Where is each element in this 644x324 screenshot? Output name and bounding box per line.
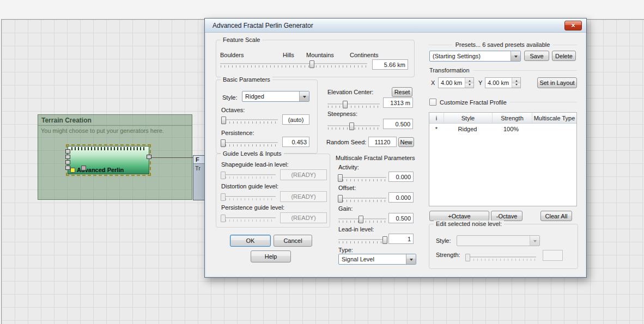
edit-noise-level-legend: Edit selected noise level: bbox=[434, 221, 504, 227]
random-seed-input[interactable]: 11120 bbox=[368, 137, 397, 147]
slider-ticks bbox=[339, 179, 386, 181]
advanced-perlin-node[interactable]: Advanced Perlin bbox=[66, 144, 151, 176]
table-row[interactable]: * Ridged 100% bbox=[429, 124, 576, 134]
spinner-down-icon[interactable] bbox=[512, 83, 520, 88]
close-button[interactable]: × bbox=[564, 21, 582, 30]
edit-noise-level-group: Edit selected noise level: bbox=[429, 224, 578, 269]
remove-octave-button[interactable]: -Octave bbox=[491, 211, 523, 221]
node-terrain-preview bbox=[71, 147, 145, 150]
set-in-layout-button[interactable]: Set in Layout bbox=[537, 77, 577, 88]
feature-scale-slider[interactable] bbox=[220, 60, 367, 68]
octaves-value[interactable]: (auto) bbox=[282, 114, 309, 125]
slider-thumb[interactable] bbox=[343, 101, 348, 108]
steepness-value[interactable]: 0.500 bbox=[383, 119, 413, 129]
header-strength[interactable]: Strength bbox=[493, 113, 532, 123]
random-seed-value-text: 11120 bbox=[375, 139, 391, 145]
random-seed-label: Random Seed: bbox=[326, 139, 366, 145]
header-style[interactable]: Style bbox=[444, 113, 493, 123]
node-body[interactable]: Advanced Perlin bbox=[68, 146, 149, 174]
ok-button[interactable]: OK bbox=[230, 235, 271, 247]
new-seed-button[interactable]: New bbox=[398, 137, 414, 147]
slider-thumb[interactable] bbox=[221, 117, 226, 124]
add-octave-label: +Octave bbox=[448, 213, 470, 219]
type-dropdown-value: Signal Level bbox=[339, 254, 406, 264]
slider-ticks bbox=[222, 219, 275, 222]
add-octave-button[interactable]: +Octave bbox=[429, 211, 489, 221]
guide-levels-legend: Guide Levels & Inputs bbox=[221, 150, 284, 157]
chevron-down-icon[interactable] bbox=[406, 254, 416, 264]
slider-thumb[interactable] bbox=[221, 193, 226, 201]
steepness-slider[interactable] bbox=[327, 123, 380, 130]
set-in-layout-label: Set in Layout bbox=[539, 80, 574, 86]
transform-y-input[interactable]: 4.00 km bbox=[485, 77, 521, 88]
slider-ticks bbox=[466, 259, 536, 261]
presets-dropdown-value: (Starting Settings) bbox=[430, 51, 511, 61]
reset-button[interactable]: Reset bbox=[392, 87, 412, 97]
gain-slider[interactable] bbox=[338, 216, 386, 223]
transform-x-input[interactable]: 4.00 km bbox=[438, 77, 474, 88]
activity-value[interactable]: 0.000 bbox=[388, 172, 414, 182]
slider-thumb[interactable] bbox=[382, 236, 387, 244]
cell-style: Ridged bbox=[443, 126, 491, 132]
clear-all-button[interactable]: Clear All bbox=[540, 211, 572, 221]
slider-thumb[interactable] bbox=[338, 195, 343, 203]
bypass-port[interactable] bbox=[81, 166, 86, 170]
help-button[interactable]: Help bbox=[251, 250, 291, 262]
distortion-guide-slider[interactable] bbox=[221, 193, 276, 201]
chevron-down-icon[interactable] bbox=[299, 91, 309, 101]
feature-scale-value-text: 5.66 km bbox=[384, 62, 405, 68]
leadin-level-slider[interactable] bbox=[338, 236, 386, 244]
transform-x-value: 4.00 km bbox=[439, 78, 465, 88]
persistence-guide-slider[interactable] bbox=[221, 215, 276, 222]
octave-table[interactable]: i Style Strength Multiscale Type * Ridge… bbox=[429, 112, 577, 206]
distortion-guide-status-text: (READY) bbox=[291, 193, 315, 200]
persistence-value[interactable]: 0.453 bbox=[282, 137, 309, 147]
slider-thumb[interactable] bbox=[221, 139, 226, 147]
delete-preset-button[interactable]: Delete bbox=[552, 51, 576, 61]
input-port-1[interactable] bbox=[65, 149, 70, 154]
input-port-3[interactable] bbox=[65, 160, 70, 164]
type-label: Type: bbox=[338, 247, 353, 253]
slider-thumb[interactable] bbox=[309, 60, 314, 68]
presets-dropdown[interactable]: (Starting Settings) bbox=[429, 51, 521, 62]
feature-scale-value[interactable]: 5.66 km bbox=[372, 59, 408, 70]
leadin-level-label: Lead-in level: bbox=[338, 226, 374, 233]
dialog-titlebar[interactable]: Advanced Fractal Perlin Generator × bbox=[205, 19, 586, 33]
customize-profile-checkbox[interactable] bbox=[429, 99, 436, 106]
spinner-up-icon[interactable] bbox=[465, 78, 473, 83]
offset-slider[interactable] bbox=[338, 195, 386, 203]
type-dropdown[interactable]: Signal Level bbox=[338, 254, 416, 265]
customize-profile-row: Customize Fractal Profile bbox=[429, 99, 577, 106]
slider-groove bbox=[221, 119, 278, 121]
gain-value[interactable]: 0.500 bbox=[388, 213, 414, 223]
spinner-down-icon[interactable] bbox=[465, 83, 473, 88]
elevation-center-value[interactable]: 1313 m bbox=[383, 97, 413, 108]
offset-value[interactable]: 0.000 bbox=[388, 192, 414, 203]
slider-groove bbox=[221, 142, 278, 144]
spinner-up-icon[interactable] bbox=[512, 78, 520, 83]
node-output-marker bbox=[70, 168, 75, 173]
slider-thumb[interactable] bbox=[338, 174, 343, 182]
header-multiscale-type[interactable]: Multiscale Type bbox=[532, 113, 576, 123]
cancel-button[interactable]: Cancel bbox=[274, 235, 312, 247]
octaves-label: Octaves: bbox=[221, 107, 245, 113]
edit-strength-label: Strength: bbox=[436, 252, 460, 258]
chevron-down-icon[interactable] bbox=[511, 51, 520, 61]
cell-strength: 100% bbox=[491, 126, 531, 132]
slider-thumb[interactable] bbox=[349, 123, 354, 130]
output-port[interactable] bbox=[147, 155, 151, 159]
elevation-center-slider[interactable] bbox=[327, 101, 380, 108]
slider-thumb[interactable] bbox=[359, 216, 363, 223]
octaves-slider[interactable] bbox=[221, 117, 278, 124]
save-preset-button[interactable]: Save bbox=[524, 51, 549, 61]
input-port-2[interactable] bbox=[65, 155, 70, 159]
slider-thumb[interactable] bbox=[221, 172, 226, 179]
shapeguide-slider[interactable] bbox=[221, 172, 276, 179]
input-port-4[interactable] bbox=[65, 166, 70, 170]
activity-slider[interactable] bbox=[338, 174, 386, 182]
leadin-level-value[interactable]: 1 bbox=[388, 234, 414, 244]
style-dropdown[interactable]: Ridged bbox=[242, 91, 309, 102]
persistence-slider[interactable] bbox=[221, 139, 278, 147]
header-index[interactable]: i bbox=[429, 113, 444, 123]
slider-thumb[interactable] bbox=[221, 215, 226, 222]
